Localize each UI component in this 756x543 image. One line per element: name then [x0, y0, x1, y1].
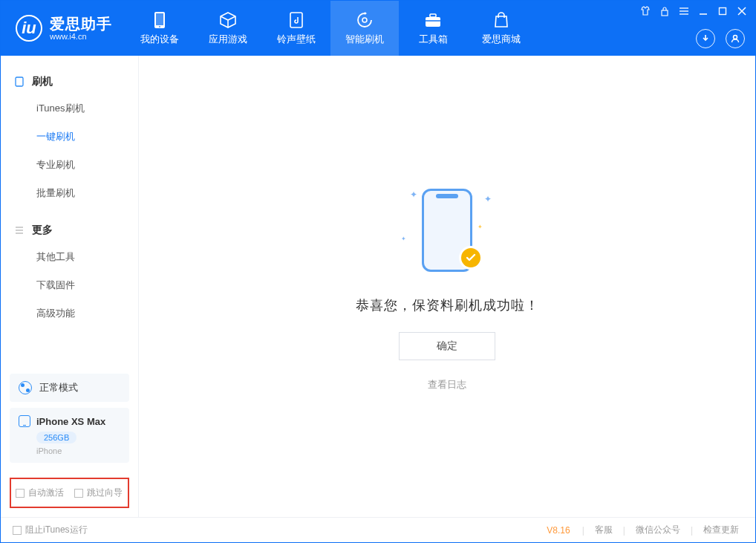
sidebar-item-batch-flash[interactable]: 批量刷机 — [1, 179, 138, 207]
header-actions — [696, 29, 745, 48]
sidebar-item-oneclick-flash[interactable]: 一键刷机 — [1, 123, 138, 151]
checkbox-icon — [16, 489, 25, 498]
success-message: 恭喜您，保资料刷机成功啦！ — [356, 296, 539, 314]
sidebar-item-pro-flash[interactable]: 专业刷机 — [1, 151, 138, 179]
checkbox-label: 跳过向导 — [87, 487, 123, 499]
checkbox-icon — [74, 489, 83, 498]
close-icon[interactable] — [736, 5, 748, 17]
checkbox-label: 自动激活 — [28, 487, 64, 499]
options-highlight-box: 自动激活 跳过向导 — [10, 478, 129, 508]
mode-label: 正常模式 — [39, 381, 78, 394]
svg-rect-5 — [426, 17, 440, 27]
bag-icon — [492, 10, 511, 30]
footer-right: V8.16 | 客服 | 微信公众号 | 检查更新 — [547, 524, 743, 536]
shirt-icon[interactable] — [639, 5, 651, 17]
maximize-icon[interactable] — [717, 5, 729, 17]
sparkle-icon: ✦ — [401, 235, 406, 242]
tab-label: 智能刷机 — [345, 33, 384, 46]
main-content: ✦ ✦ ✦ ✦ 恭喜您，保资料刷机成功啦！ 确定 查看日志 — [139, 56, 755, 517]
success-illustration: ✦ ✦ ✦ ✦ — [395, 182, 499, 279]
device-outline-icon — [14, 77, 25, 87]
phone-icon — [150, 10, 169, 30]
phone-outline-icon — [19, 415, 30, 427]
tab-label: 我的设备 — [140, 33, 179, 46]
check-update-link[interactable]: 检查更新 — [699, 524, 743, 536]
svg-rect-1 — [156, 13, 163, 25]
app-url: www.i4.cn — [50, 32, 112, 41]
sparkle-icon: ✦ — [484, 194, 492, 204]
top-tabs: 我的设备 应用游戏 铃声壁纸 智能刷机 工具箱 爱思商城 — [126, 1, 535, 56]
device-type: iPhone — [36, 446, 120, 455]
confirm-button[interactable]: 确定 — [399, 332, 495, 360]
version-label: V8.16 — [547, 525, 570, 536]
view-log-link[interactable]: 查看日志 — [428, 378, 466, 391]
tab-label: 爱思商城 — [482, 33, 521, 46]
device-name: iPhone XS Max — [36, 416, 105, 427]
normal-mode-icon — [19, 381, 32, 394]
tab-my-device[interactable]: 我的设备 — [126, 1, 194, 56]
tab-label: 工具箱 — [419, 33, 448, 46]
checkbox-icon — [13, 526, 22, 535]
user-icon[interactable] — [726, 29, 745, 48]
app-window: iu 爱思助手 www.i4.cn 我的设备 应用游戏 铃声壁纸 智能刷机 — [0, 0, 756, 543]
checkbox-skip-guide[interactable]: 跳过向导 — [74, 487, 123, 499]
sidebar-group-more: 更多 — [1, 218, 138, 243]
svg-point-2 — [159, 26, 160, 27]
svg-point-4 — [362, 18, 367, 22]
toolbox-icon — [423, 10, 443, 30]
music-file-icon — [287, 10, 306, 30]
tab-store[interactable]: 爱思商城 — [467, 1, 535, 56]
storage-badge: 256GB — [36, 432, 76, 443]
sidebar-item-itunes-flash[interactable]: iTunes刷机 — [1, 94, 138, 123]
checkbox-auto-activate[interactable]: 自动激活 — [16, 487, 64, 499]
tab-label: 应用游戏 — [209, 33, 247, 46]
sidebar-item-advanced[interactable]: 高级功能 — [1, 299, 138, 328]
logo: iu 爱思助手 www.i4.cn — [1, 1, 126, 56]
minimize-icon[interactable] — [697, 5, 709, 17]
window-controls — [639, 5, 748, 17]
support-link[interactable]: 客服 — [590, 524, 617, 536]
tab-toolbox[interactable]: 工具箱 — [399, 1, 467, 56]
check-badge-icon — [459, 246, 483, 270]
lock-icon[interactable] — [659, 5, 671, 17]
logo-icon: iu — [16, 15, 42, 42]
tab-label: 铃声壁纸 — [277, 33, 316, 46]
menu-icon[interactable] — [678, 5, 690, 17]
sidebar-item-other-tools[interactable]: 其他工具 — [1, 243, 138, 271]
sidebar-group-flash: 刷机 — [1, 69, 138, 94]
sparkle-icon: ✦ — [478, 224, 483, 230]
sync-icon — [355, 10, 374, 30]
svg-point-16 — [734, 36, 737, 39]
checkbox-label: 阻止iTunes运行 — [25, 524, 88, 536]
app-name: 爱思助手 — [50, 16, 112, 32]
sidebar: 刷机 iTunes刷机 一键刷机 专业刷机 批量刷机 更多 其他工具 下载固件 … — [1, 56, 139, 517]
sparkle-icon: ✦ — [410, 189, 417, 200]
cube-icon — [218, 10, 238, 30]
group-title: 更多 — [32, 224, 53, 237]
logo-text: 爱思助手 www.i4.cn — [50, 16, 112, 41]
tab-apps[interactable]: 应用游戏 — [194, 1, 262, 56]
svg-rect-17 — [16, 77, 23, 86]
svg-rect-13 — [720, 8, 726, 15]
footer: 阻止iTunes运行 V8.16 | 客服 | 微信公众号 | 检查更新 — [1, 517, 755, 542]
device-card[interactable]: iPhone XS Max 256GB iPhone — [10, 408, 129, 463]
header: iu 爱思助手 www.i4.cn 我的设备 应用游戏 铃声壁纸 智能刷机 — [1, 1, 755, 56]
tab-ringtones[interactable]: 铃声壁纸 — [262, 1, 330, 56]
sidebar-item-download-firmware[interactable]: 下载固件 — [1, 271, 138, 299]
svg-rect-6 — [430, 14, 436, 17]
hamburger-icon — [14, 225, 25, 235]
svg-rect-8 — [662, 10, 668, 16]
tab-flash[interactable]: 智能刷机 — [330, 1, 399, 56]
svg-rect-7 — [426, 20, 440, 22]
body: 刷机 iTunes刷机 一键刷机 专业刷机 批量刷机 更多 其他工具 下载固件 … — [1, 56, 755, 517]
group-title: 刷机 — [32, 75, 53, 88]
download-icon[interactable] — [696, 29, 715, 48]
wechat-link[interactable]: 微信公众号 — [631, 524, 685, 536]
mode-status[interactable]: 正常模式 — [10, 374, 129, 402]
checkbox-block-itunes[interactable]: 阻止iTunes运行 — [13, 524, 88, 536]
